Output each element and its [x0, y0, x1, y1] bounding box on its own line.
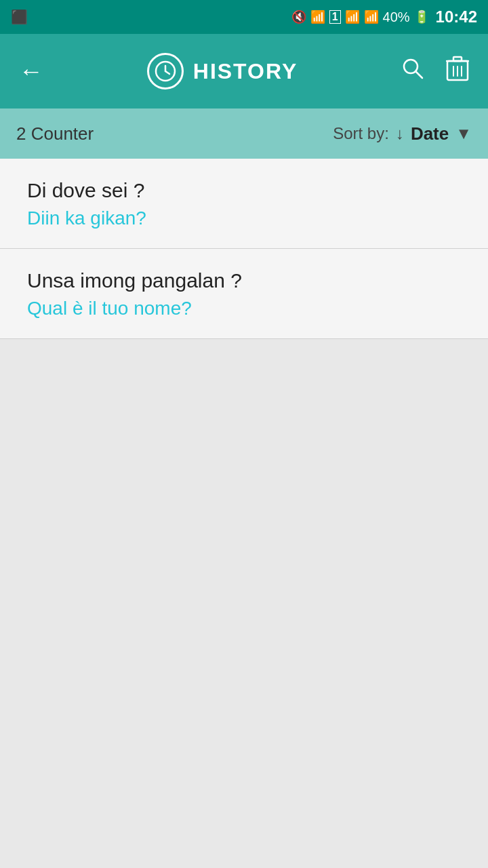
svg-rect-7 [453, 57, 462, 61]
status-bar-right: 🔇 📶 1 📶 📶 40% 🔋 10:42 [291, 7, 477, 26]
toolbar-title-area: HISTORY [60, 53, 385, 90]
list-item-secondary: Diin ka gikan? [27, 208, 461, 229]
status-time: 10:42 [436, 7, 477, 26]
empty-area [0, 339, 488, 814]
list-item[interactable]: Di dove sei ? Diin ka gikan? [0, 159, 488, 249]
counter-label: 2 Counter [16, 123, 94, 144]
history-clock-icon [147, 53, 184, 90]
status-bar-left: ⬛ [11, 9, 28, 25]
sort-value: Date [411, 123, 449, 144]
back-button[interactable]: ← [14, 52, 49, 91]
toolbar: ← HISTORY [0, 34, 488, 108]
sort-direction-icon: ↓ [396, 124, 404, 143]
list-item-primary: Di dove sei ? [27, 179, 461, 202]
svg-line-4 [415, 71, 422, 78]
sort-dropdown-icon[interactable]: ▼ [455, 124, 472, 143]
wifi-icon: 📶 [310, 9, 325, 24]
svg-line-2 [165, 71, 169, 74]
mute-icon: 🔇 [291, 9, 306, 24]
list-item-secondary: Qual è il tuo nome? [27, 298, 461, 319]
signal2-icon: 📶 [364, 9, 379, 24]
sort-by-label: Sort by: [333, 124, 389, 143]
delete-button[interactable] [441, 50, 474, 92]
toolbar-title: HISTORY [193, 59, 298, 84]
battery-percent: 40% [383, 9, 410, 25]
sim-icon: 1 [329, 10, 341, 24]
history-list: Di dove sei ? Diin ka gikan? Unsa imong … [0, 159, 488, 339]
screenshot-icon: ⬛ [11, 9, 28, 25]
battery-icon: 🔋 [414, 9, 429, 24]
sort-area[interactable]: Sort by: ↓ Date ▼ [333, 123, 472, 144]
search-button[interactable] [396, 52, 430, 92]
filter-bar: 2 Counter Sort by: ↓ Date ▼ [0, 108, 488, 159]
signal1-icon: 📶 [345, 9, 360, 24]
status-bar: ⬛ 🔇 📶 1 📶 📶 40% 🔋 10:42 [0, 0, 488, 34]
list-item-primary: Unsa imong pangalan ? [27, 269, 461, 292]
list-item[interactable]: Unsa imong pangalan ? Qual è il tuo nome… [0, 249, 488, 339]
